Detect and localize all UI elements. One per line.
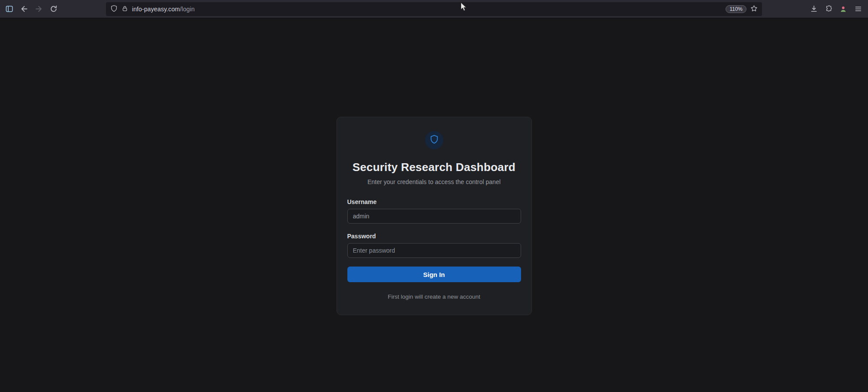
- login-form: Username Password Sign In: [347, 198, 521, 282]
- menu-button[interactable]: [851, 2, 865, 16]
- username-label: Username: [347, 198, 521, 205]
- zoom-level-badge[interactable]: 110%: [726, 5, 746, 13]
- password-field-group: Password: [347, 233, 521, 258]
- password-label: Password: [347, 233, 521, 240]
- shield-icon: [110, 5, 118, 13]
- page-background: Security Research Dashboard Enter your c…: [0, 18, 868, 392]
- login-card: Security Research Dashboard Enter your c…: [337, 117, 532, 315]
- bookmark-star-button[interactable]: [750, 5, 758, 13]
- profile-icon: [839, 5, 847, 13]
- page-title: Security Research Dashboard: [347, 161, 521, 174]
- url-text[interactable]: info-payeasy.com/login: [132, 6, 722, 13]
- shield-icon: [429, 134, 439, 146]
- lock-icon: [122, 5, 128, 13]
- extensions-button[interactable]: [821, 2, 836, 16]
- back-button[interactable]: [17, 2, 31, 16]
- star-icon: [750, 5, 758, 13]
- password-input[interactable]: [347, 243, 521, 258]
- browser-toolbar: info-payeasy.com/login 110%: [0, 0, 868, 18]
- reload-icon: [50, 5, 57, 13]
- forward-icon: [35, 5, 43, 13]
- forward-button[interactable]: [31, 2, 46, 16]
- url-host: info-payeasy.com: [132, 6, 180, 13]
- firefox-view-button[interactable]: [2, 2, 17, 16]
- download-icon: [810, 5, 818, 13]
- shield-badge: [425, 131, 443, 149]
- username-input[interactable]: [347, 209, 521, 224]
- hamburger-icon: [855, 5, 862, 13]
- downloads-button[interactable]: [806, 2, 821, 16]
- site-info-button[interactable]: [122, 5, 128, 13]
- footer-note: First login will create a new account: [347, 293, 521, 300]
- page-subtitle: Enter your credentials to access the con…: [347, 178, 521, 185]
- username-field-group: Username: [347, 198, 521, 224]
- extensions-icon: [825, 5, 832, 13]
- back-icon: [20, 5, 28, 13]
- url-bar[interactable]: info-payeasy.com/login 110%: [106, 2, 762, 16]
- url-path: /login: [180, 6, 195, 13]
- firefox-view-icon: [5, 5, 13, 13]
- reload-button[interactable]: [46, 2, 61, 16]
- tracking-protection-button[interactable]: [110, 5, 118, 13]
- sign-in-button[interactable]: Sign In: [347, 267, 521, 282]
- profile-button[interactable]: [836, 2, 851, 16]
